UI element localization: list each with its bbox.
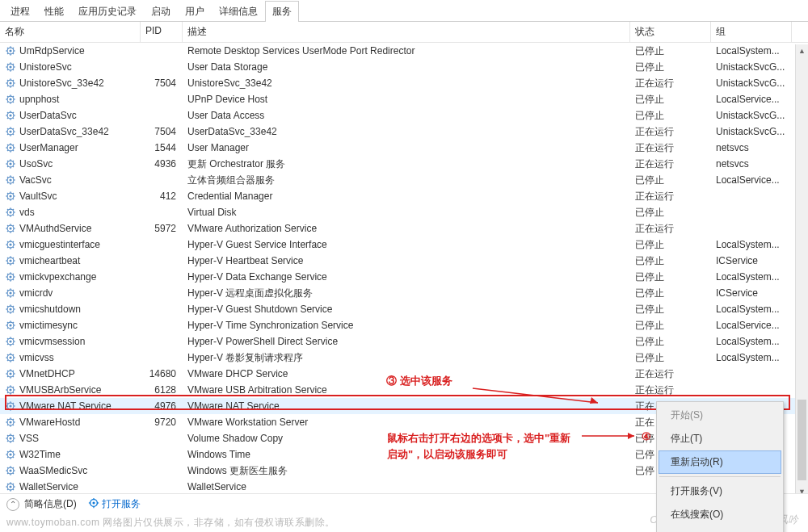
menu-item-2[interactable]: 重新启动(R) <box>659 450 781 474</box>
svg-line-206 <box>7 371 8 371</box>
menu-item-4[interactable]: 打开服务(V) <box>659 480 781 503</box>
service-name: upnphost <box>19 94 59 105</box>
tab-2[interactable]: 应用历史记录 <box>71 1 144 22</box>
col-status[interactable]: 状态 <box>630 22 711 42</box>
tab-1[interactable]: 性能 <box>37 1 71 22</box>
service-desc: UPnP Device Host <box>183 94 630 105</box>
tab-6[interactable]: 服务 <box>265 1 299 22</box>
vertical-scrollbar[interactable]: ▲ ▼ <box>795 44 808 498</box>
table-row[interactable]: VMUSBArbService6128VMware USB Arbitratio… <box>0 382 808 398</box>
service-status: 正在运行 <box>630 383 711 397</box>
service-status: 正在运行 <box>630 367 711 381</box>
table-row[interactable]: UnistoreSvc_33e427504UnistoreSvc_33e42正在… <box>0 75 808 91</box>
table-row[interactable]: vdsVirtual Disk已停止 <box>0 204 808 220</box>
table-row[interactable]: vmicvmsessionHyper-V PowerShell Direct S… <box>0 333 808 350</box>
service-desc: User Data Access <box>183 110 630 121</box>
svg-line-107 <box>13 215 14 216</box>
col-group[interactable]: 组 <box>711 22 792 42</box>
svg-line-226 <box>7 403 8 404</box>
table-row[interactable]: VMnetDHCP14680VMware DHCP Service正在运行 <box>0 366 808 382</box>
svg-line-158 <box>7 295 8 296</box>
gear-icon <box>5 384 16 396</box>
brief-info-button[interactable]: 简略信息(D) <box>24 497 77 511</box>
table-row[interactable]: VaultSvc412Credential Manager正在运行 <box>0 188 808 204</box>
service-group: UnistackSvcG... <box>711 61 792 73</box>
svg-line-96 <box>7 193 8 194</box>
table-row[interactable]: VMAuthdService5972VMware Authorization S… <box>0 220 808 237</box>
table-row[interactable]: vmicheartbeatHyper-V Heartbeat Service已停… <box>0 253 808 269</box>
table-header[interactable]: 名称 PID 描述 状态 组 <box>0 22 808 43</box>
svg-line-169 <box>13 306 14 307</box>
table-row[interactable]: VacSvc立体音频组合器服务已停止LocalService... <box>0 172 808 188</box>
table-row[interactable]: vmicrdvHyper-V 远程桌面虚拟化服务已停止ICService <box>0 285 808 301</box>
col-pid[interactable]: PID <box>141 22 183 42</box>
expand-icon[interactable]: ⌃ <box>6 498 19 511</box>
menu-item-1[interactable]: 停止(T) <box>659 427 781 450</box>
tabs-bar: 进程性能应用历史记录启动用户详细信息服务 <box>0 0 808 22</box>
service-group: LocalSystem... <box>711 239 792 250</box>
svg-point-121 <box>9 243 11 245</box>
service-name: vds <box>19 207 35 218</box>
table-row[interactable]: upnphostUPnP Device Host已停止LocalService.… <box>0 91 808 107</box>
service-desc: 立体音频组合器服务 <box>183 174 630 187</box>
svg-line-38 <box>7 102 8 103</box>
table-row[interactable]: vmickvpexchangeHyper-V Data Exchange Ser… <box>0 269 808 285</box>
svg-line-68 <box>7 150 8 151</box>
svg-line-109 <box>13 209 14 210</box>
svg-line-16 <box>7 64 8 65</box>
service-name: UserDataSvc <box>19 110 77 121</box>
tab-4[interactable]: 用户 <box>178 1 212 22</box>
table-row[interactable]: UserDataSvcUser Data Access已停止UnistackSv… <box>0 107 808 124</box>
table-row[interactable]: vmicshutdownHyper-V Guest Shutdown Servi… <box>0 301 808 317</box>
scroll-up-arrow[interactable]: ▲ <box>796 44 808 57</box>
service-status: 已停止 <box>630 93 711 107</box>
service-name: UserDataSvc_33e42 <box>19 126 109 137</box>
service-status: 正在运行 <box>630 77 711 90</box>
col-desc[interactable]: 描述 <box>183 22 630 42</box>
svg-line-149 <box>13 274 14 274</box>
svg-point-81 <box>9 178 11 181</box>
svg-line-157 <box>13 295 14 296</box>
service-status: 正在运行 <box>630 157 711 171</box>
table-row[interactable]: UsoSvc4936更新 Orchestrator 服务正在运行netsvcs <box>0 156 808 172</box>
svg-line-9 <box>13 48 14 48</box>
svg-line-179 <box>13 322 14 323</box>
svg-point-251 <box>9 453 11 455</box>
service-name: VacSvc <box>19 174 52 186</box>
table-row[interactable]: UmRdpServiceRemote Desktop Services User… <box>0 43 808 59</box>
table-row[interactable]: vmictimesyncHyper-V Time Synchronization… <box>0 317 808 333</box>
menu-item-6[interactable]: 转到详细信息(D) <box>659 526 781 532</box>
svg-line-256 <box>7 451 8 452</box>
table-row[interactable]: UserDataSvc_33e427504UserDataSvc_33e42正在… <box>0 124 808 140</box>
svg-line-277 <box>13 489 14 490</box>
tab-0[interactable]: 进程 <box>3 1 37 22</box>
svg-line-108 <box>7 215 8 216</box>
table-row[interactable]: UserManager1544User Manager正在运行netsvcs <box>0 140 808 156</box>
col-name[interactable]: 名称 <box>0 22 141 42</box>
svg-line-128 <box>7 247 8 248</box>
service-name: W32Time <box>19 449 61 460</box>
tab-3[interactable]: 启动 <box>144 1 178 22</box>
service-group: netsvcs <box>711 142 792 153</box>
table-row[interactable]: vmicvssHyper-V 卷影复制请求程序已停止LocalSystem... <box>0 350 808 366</box>
gear-icon <box>5 110 16 121</box>
menu-item-5[interactable]: 在线搜索(O) <box>659 503 781 526</box>
svg-line-186 <box>7 338 8 339</box>
service-pid: 7504 <box>141 126 183 137</box>
svg-line-259 <box>13 451 14 452</box>
table-row[interactable]: vmicguestinterfaceHyper-V Guest Service … <box>0 237 808 253</box>
svg-line-239 <box>13 419 14 420</box>
table-row[interactable]: UnistoreSvcUser Data Storage已停止UnistackS… <box>0 59 808 75</box>
service-name: UnistoreSvc_33e42 <box>19 77 104 89</box>
scroll-thumb[interactable] <box>797 400 806 480</box>
tab-5[interactable]: 详细信息 <box>212 1 265 22</box>
svg-line-238 <box>7 425 8 425</box>
svg-point-231 <box>9 421 11 423</box>
svg-point-31 <box>9 98 11 100</box>
service-pid: 7504 <box>141 77 183 89</box>
svg-line-279 <box>13 484 14 484</box>
open-services-link[interactable]: 打开服务 <box>88 497 141 511</box>
svg-line-46 <box>7 112 8 113</box>
svg-point-211 <box>9 388 11 391</box>
service-group: LocalSystem... <box>711 336 792 347</box>
